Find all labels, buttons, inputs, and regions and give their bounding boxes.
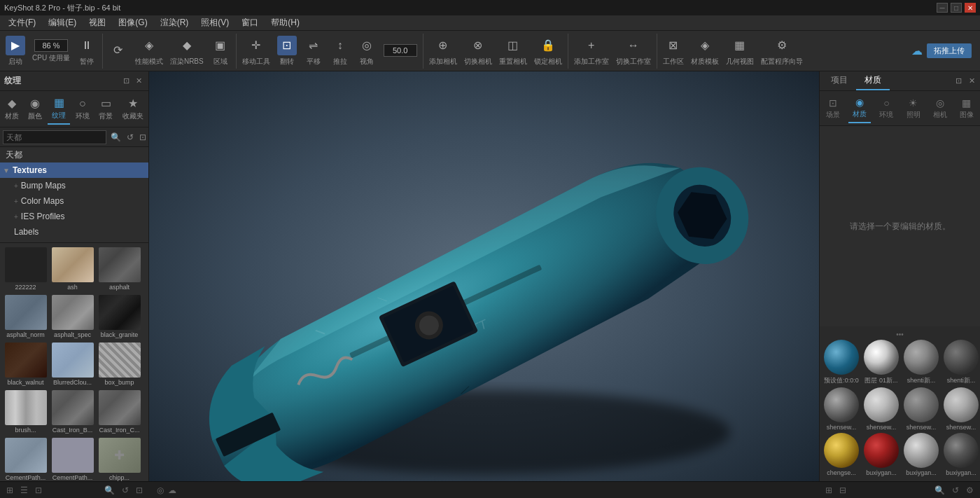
thumb-asphalt[interactable]: asphalt <box>97 246 142 292</box>
restore-button[interactable]: □ <box>951 3 962 13</box>
switch-studio-icon[interactable]: ↔ <box>624 36 643 55</box>
right-tab-material[interactable]: ◉ 材质 <box>848 94 871 123</box>
tree-item-bump-maps[interactable]: + Bump Maps <box>0 178 148 193</box>
tab-favorites[interactable]: ★ 收藏夹 <box>118 94 148 124</box>
thumb-222222[interactable]: 222222 <box>3 246 48 292</box>
reset-cam-icon[interactable]: ◫ <box>503 36 523 55</box>
perf-icon[interactable]: ◈ <box>139 36 159 55</box>
thumb-ash[interactable]: ash <box>50 246 95 292</box>
thumb-brush[interactable]: brush... <box>3 389 48 435</box>
thumb-cast-iron-c[interactable]: Cast_Iron_C... <box>97 389 142 435</box>
right-tab-env[interactable]: ○ 环境 <box>875 95 897 123</box>
mat-template-icon[interactable]: ◈ <box>695 36 715 55</box>
right-tab-camera[interactable]: ◎ 相机 <box>929 95 951 123</box>
mat-sphere-shensew1[interactable]: shensew... <box>822 387 860 431</box>
toolbar-start-icon[interactable]: ▶ <box>6 36 25 55</box>
right-status-config-icon[interactable]: ⚙ <box>966 485 974 495</box>
tab-material[interactable]: 材质 <box>856 71 890 90</box>
search-icon[interactable]: 🔍 <box>109 131 122 144</box>
minimize-button[interactable]: ─ <box>937 3 948 13</box>
workspace-icon[interactable]: ⊠ <box>664 36 683 55</box>
cloud-upload-button[interactable]: 拓推上传 <box>927 43 972 58</box>
thumb-blurred-cloud[interactable]: BlurredClou... <box>50 341 95 387</box>
menu-edit[interactable]: 编辑(E) <box>43 15 82 30</box>
right-tab-scene[interactable]: ⊡ 场景 <box>822 95 844 123</box>
thumb-cement1[interactable]: CementPath... <box>3 436 48 481</box>
menu-window[interactable]: 窗口 <box>236 15 264 30</box>
mat-sphere-layer01[interactable]: 图层 01新... <box>862 340 900 385</box>
close-button[interactable]: ✕ <box>965 3 976 13</box>
nurbs-icon[interactable]: ◆ <box>177 36 197 55</box>
search-input[interactable] <box>3 130 106 144</box>
panel-close-btn[interactable]: ✕ <box>134 76 144 86</box>
mat-sphere-shensew3[interactable]: shensew... <box>902 387 940 431</box>
pan-icon[interactable]: ⇌ <box>304 36 323 55</box>
push-icon[interactable]: ↕ <box>330 36 350 55</box>
refresh-icon[interactable]: ⟳ <box>108 41 128 60</box>
mat-sphere-shensew2[interactable]: shensew... <box>862 387 900 431</box>
thumb-black-walnut[interactable]: black_walnut <box>3 341 48 387</box>
tree-item-textures[interactable]: ▼ Textures <box>0 162 148 178</box>
menu-view[interactable]: 视图 <box>83 15 111 30</box>
menu-camera[interactable]: 照相(V) <box>195 15 234 30</box>
right-panel-close-btn[interactable]: ✕ <box>967 76 977 86</box>
menu-file[interactable]: 文件(F) <box>3 15 41 30</box>
mat-sphere-chengse[interactable]: chengse... <box>822 433 860 476</box>
tree-item-tiandu[interactable]: 天都 <box>0 147 148 162</box>
status-refresh-icon[interactable]: ↺ <box>122 485 129 495</box>
thumb-chipping[interactable]: ✚ chipp... <box>97 436 142 481</box>
tab-environment[interactable]: ○ 环境 <box>71 95 94 124</box>
right-tab-image[interactable]: ▦ 图像 <box>955 95 978 123</box>
tab-materials[interactable]: ◆ 材质 <box>1 94 23 124</box>
switch-cam-icon[interactable]: ⊗ <box>468 36 488 55</box>
menu-render[interactable]: 渲染(R) <box>155 15 195 30</box>
flip-icon[interactable]: ⊡ <box>277 36 297 55</box>
mat-sphere-buxiygan2[interactable]: buxiygan... <box>902 433 940 476</box>
mat-sphere-shenti2[interactable]: shenti新... <box>942 340 980 385</box>
tree-item-labels[interactable]: Labels <box>0 224 148 240</box>
panel-restore-btn[interactable]: ⊡ <box>121 76 132 86</box>
filter-icon[interactable]: ⊡ <box>138 131 148 144</box>
tree-item-ies[interactable]: + IES Profiles <box>0 209 148 224</box>
status-filter2-icon[interactable]: ⊡ <box>136 485 143 495</box>
viewport-status-icon1[interactable]: ◎ <box>157 485 164 495</box>
pause-icon[interactable]: ⏸ <box>77 36 97 55</box>
status-grid-icon[interactable]: ⊞ <box>6 485 13 495</box>
menu-help[interactable]: 帮助(H) <box>265 15 305 30</box>
right-tab-lighting[interactable]: ☀ 照明 <box>902 95 925 123</box>
tab-background[interactable]: ▭ 背景 <box>94 94 117 124</box>
thumb-cast-iron-b[interactable]: Cast_Iron_B... <box>50 389 95 435</box>
geo-view-icon[interactable]: ▦ <box>730 36 750 55</box>
mat-sphere-preset[interactable]: 预设值:0:0:0 <box>822 340 860 385</box>
status-list-icon[interactable]: ☰ <box>20 485 28 495</box>
region-icon[interactable]: ▣ <box>211 36 230 55</box>
mat-sphere-shenti1[interactable]: shenti新... <box>902 340 940 385</box>
tab-texture[interactable]: ▦ 纹理 <box>48 93 70 125</box>
refresh-search-icon[interactable]: ↺ <box>125 131 135 144</box>
mat-sphere-buxiygan3[interactable]: buxiygan... <box>942 433 980 476</box>
lock-cam-icon[interactable]: 🔒 <box>538 36 558 55</box>
tab-color[interactable]: ◉ 颜色 <box>24 94 46 124</box>
config-icon[interactable]: ⚙ <box>772 36 792 55</box>
right-status-icon2[interactable]: ⊟ <box>839 485 846 495</box>
right-status-search-icon[interactable]: 🔍 <box>934 485 945 495</box>
right-status-refresh-icon[interactable]: ↺ <box>952 485 959 495</box>
viewport[interactable]: OMTT <box>149 71 819 481</box>
viewport-status-icon2[interactable]: ☁ <box>168 485 176 495</box>
thumb-box-bump[interactable]: box_bump <box>97 341 142 387</box>
mat-sphere-buxiygan1[interactable]: buxiygan... <box>862 433 900 476</box>
menu-image[interactable]: 图像(G) <box>113 15 153 30</box>
mat-sphere-shensew4[interactable]: shensew... <box>942 387 980 431</box>
status-search-icon[interactable]: 🔍 <box>104 485 115 495</box>
fov-input[interactable] <box>384 44 417 57</box>
move-icon[interactable]: ✛ <box>246 36 266 55</box>
thumb-black-granite[interactable]: black_granite <box>97 293 142 340</box>
thumb-asphalt-spec[interactable]: asphalt_spec <box>50 293 95 340</box>
cpu-input[interactable] <box>34 39 68 52</box>
tab-project[interactable]: 项目 <box>822 71 856 90</box>
thumb-cement2[interactable]: CementPath... <box>50 436 95 481</box>
right-status-icon1[interactable]: ⊞ <box>825 485 832 495</box>
add-studio-icon[interactable]: + <box>582 36 601 55</box>
thumb-asphalt-norm[interactable]: asphalt_norm <box>3 293 48 340</box>
tree-item-color-maps[interactable]: + Color Maps <box>0 193 148 209</box>
